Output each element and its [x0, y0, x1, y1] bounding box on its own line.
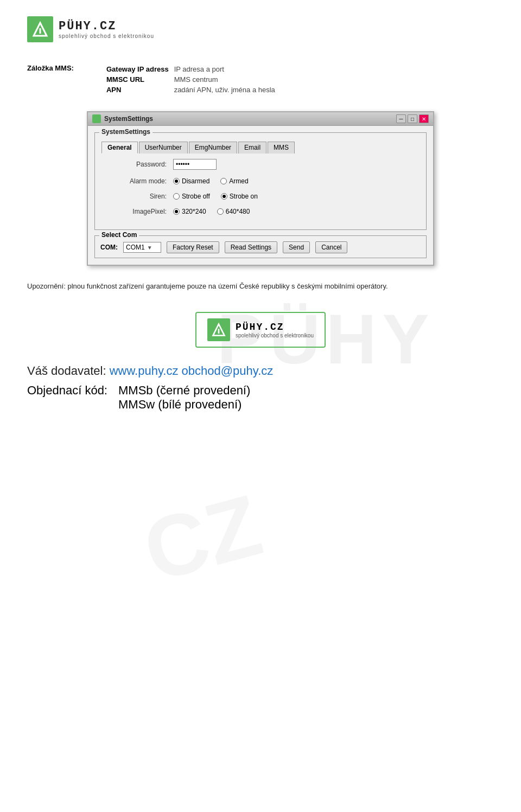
logo-sub-text: spolehlivý obchod s elektronikou — [59, 33, 154, 39]
imagepixel-640-option[interactable]: 640*480 — [217, 208, 250, 215]
imagepixel-label: ImagePixel: — [101, 208, 167, 215]
siren-on-radio[interactable] — [221, 193, 227, 200]
bottom-logo-inner: PÜHY.CZ spolehlivý obchod s elektronikou — [195, 312, 326, 348]
window-controls[interactable]: ─ □ ✕ — [396, 114, 429, 123]
alarm-mode-row: Alarm mode: Disarmed Armed — [101, 177, 420, 185]
bottom-logo-icon — [207, 318, 230, 341]
com-select[interactable]: COM1 ▼ — [123, 242, 161, 253]
header-row: MMSC URLMMS centrum — [106, 74, 283, 85]
system-settings-groupbox: SystemSettings General UserNumber EmgNum… — [94, 132, 427, 230]
tab-mms[interactable]: MMS — [268, 142, 295, 154]
bottom-logo-text: PÜHY.CZ spolehlivý obchod s elektronikou — [236, 322, 314, 338]
siren-on-option[interactable]: Strobe on — [221, 193, 258, 200]
objednaci-codes: MMSb (černé provedení) MMSw (bílé proved… — [118, 383, 250, 412]
com-select-value: COM1 — [126, 244, 145, 251]
bottom-logo-sub: spolehlivý obchod s elektronikou — [236, 333, 314, 338]
imagepixel-radio-group[interactable]: 320*240 640*480 — [173, 208, 250, 215]
alarm-armed-radio[interactable] — [220, 178, 227, 184]
imagepixel-320-radio[interactable] — [173, 208, 180, 215]
header-key: APN — [106, 85, 174, 95]
tab-email[interactable]: Email — [238, 142, 266, 154]
read-settings-button[interactable]: Read Settings — [225, 241, 277, 253]
tab-general[interactable]: General — [101, 142, 138, 154]
objednaci-code-2: MMSw (bílé provedení) — [118, 398, 250, 412]
notice-text: Upozornění: plnou funkčnost zařízení gar… — [27, 282, 440, 290]
logo-text: PÜHY.CZ spolehlivý obchod s elektronikou — [59, 20, 154, 39]
watermark2: CZ — [134, 475, 271, 602]
header-row: Gateway IP adressIP adresa a port — [106, 64, 283, 74]
objednaci-label: Objednací kód: — [27, 383, 107, 412]
supplier-label: Váš dodavatel: — [27, 364, 110, 378]
com-dropdown-arrow-icon[interactable]: ▼ — [147, 245, 153, 251]
bottom-logo: PÜHY.CZ spolehlivý obchod s elektronikou — [27, 312, 494, 348]
select-com-group: Select Com COM: COM1 ▼ Factory Reset Rea… — [94, 235, 427, 258]
logo-icon — [27, 16, 53, 42]
cancel-button[interactable]: Cancel — [315, 241, 347, 253]
header-row: APNzadání APN, uživ. jména a hesla — [106, 85, 283, 95]
header-info: Záložka MMS: Gateway IP adressIP adresa … — [27, 64, 494, 95]
siren-row: Siren: Strobe off Strobe on — [101, 193, 420, 200]
factory-reset-button[interactable]: Factory Reset — [167, 241, 219, 253]
siren-label: Siren: — [101, 193, 167, 200]
alarm-radio-group[interactable]: Disarmed Armed — [173, 177, 249, 185]
send-button[interactable]: Send — [283, 241, 310, 253]
header-value: zadání APN, uživ. jména a hesla — [174, 85, 283, 95]
objednaci-line: Objednací kód: MMSb (černé provedení) MM… — [27, 383, 494, 412]
password-row: Password: — [101, 159, 420, 170]
header-key: MMSC URL — [106, 74, 174, 85]
objednaci-code-1: MMSb (černé provedení) — [118, 383, 250, 398]
header-table: Gateway IP adressIP adresa a portMMSC UR… — [106, 64, 283, 95]
siren-radio-group[interactable]: Strobe off Strobe on — [173, 193, 258, 200]
com-label: COM: — [100, 244, 118, 251]
zalovka-label: Záložka MMS: — [27, 64, 74, 72]
maximize-button[interactable]: □ — [408, 114, 417, 123]
imagepixel-640-radio[interactable] — [217, 208, 224, 215]
window-title-text: SystemSettings — [104, 115, 153, 123]
alarm-armed-label: Armed — [229, 177, 248, 185]
siren-off-label: Strobe off — [182, 193, 210, 200]
tab-emgnumber[interactable]: EmgNumber — [189, 142, 237, 154]
siren-off-option[interactable]: Strobe off — [173, 193, 210, 200]
minimize-button[interactable]: ─ — [396, 114, 406, 123]
footer-section: Váš dodavatel: www.puhy.cz obchod@puhy.c… — [27, 364, 494, 412]
siren-on-label: Strobe on — [230, 193, 258, 200]
imagepixel-640-label: 640*480 — [226, 208, 250, 215]
groupbox-title: SystemSettings — [99, 128, 153, 136]
logo-main-text: PÜHY.CZ — [59, 20, 154, 33]
close-button[interactable]: ✕ — [419, 114, 429, 123]
email-link[interactable]: obchod@puhy.cz — [182, 364, 274, 378]
alarm-disarmed-label: Disarmed — [182, 177, 209, 185]
tabs-row[interactable]: General UserNumber EmgNumber Email MMS — [101, 142, 420, 154]
imagepixel-row: ImagePixel: 320*240 640*480 — [101, 208, 420, 215]
tab-usernumber[interactable]: UserNumber — [139, 142, 188, 154]
alarm-disarmed-option[interactable]: Disarmed — [173, 177, 209, 185]
imagepixel-320-label: 320*240 — [182, 208, 206, 215]
siren-off-radio[interactable] — [173, 193, 180, 200]
alarm-disarmed-radio[interactable] — [173, 178, 180, 184]
bottom-logo-main: PÜHY.CZ — [236, 322, 314, 333]
window-icon — [92, 114, 101, 123]
system-settings-window: SystemSettings ─ □ ✕ SystemSettings Gene… — [87, 111, 434, 266]
window-title: SystemSettings — [92, 114, 153, 123]
window-body: SystemSettings General UserNumber EmgNum… — [88, 126, 433, 265]
select-com-title: Select Com — [99, 231, 139, 239]
password-input[interactable] — [173, 159, 217, 170]
website-link[interactable]: www.puhy.cz — [110, 364, 179, 378]
groupbox-content: General UserNumber EmgNumber Email MMS P… — [101, 142, 420, 215]
header-key: Gateway IP adress — [106, 64, 174, 74]
header-value: MMS centrum — [174, 74, 283, 85]
window-titlebar: SystemSettings ─ □ ✕ — [88, 112, 433, 126]
alarm-label: Alarm mode: — [101, 177, 167, 185]
logo-area: PÜHY.CZ spolehlivý obchod s elektronikou — [27, 16, 494, 42]
header-value: IP adresa a port — [174, 64, 283, 74]
password-label: Password: — [101, 161, 167, 168]
imagepixel-320-option[interactable]: 320*240 — [173, 208, 206, 215]
select-com-row[interactable]: COM: COM1 ▼ Factory Reset Read Settings … — [100, 241, 421, 253]
supplier-line: Váš dodavatel: www.puhy.cz obchod@puhy.c… — [27, 364, 494, 378]
alarm-armed-option[interactable]: Armed — [220, 177, 248, 185]
